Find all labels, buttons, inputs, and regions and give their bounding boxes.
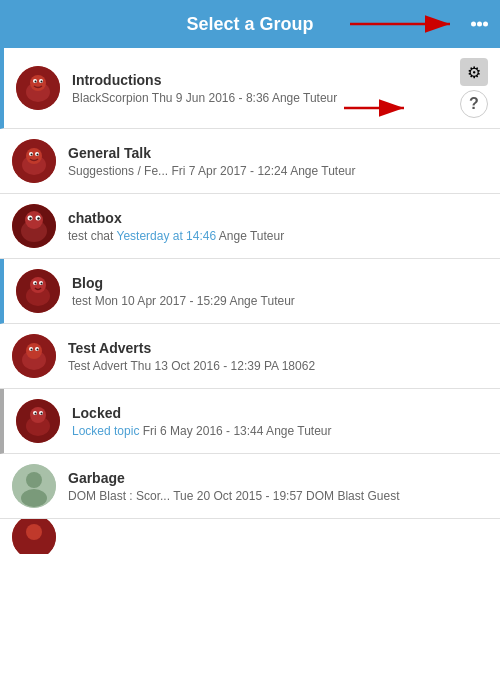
avatar <box>16 66 60 110</box>
group-meta: test Mon 10 Apr 2017 - 15:29 Ange Tuteur <box>72 294 488 308</box>
svg-point-6 <box>30 75 46 91</box>
svg-point-23 <box>29 217 31 219</box>
svg-point-41 <box>30 407 46 423</box>
svg-point-24 <box>37 217 39 219</box>
group-info: Garbage DOM Blast : Scor... Tue 20 Oct 2… <box>68 470 488 503</box>
group-info: Test Adverts Test Advert Thu 13 Oct 2016… <box>68 340 488 373</box>
group-info: General Talk Suggestions / Fe... Fri 7 A… <box>68 145 488 178</box>
list-item-partial <box>0 519 500 554</box>
avatar <box>12 204 56 248</box>
svg-point-44 <box>35 413 37 415</box>
group-info: Introductions BlackScorpion Thu 9 Jun 20… <box>72 72 452 105</box>
avatar <box>12 334 56 378</box>
item-actions: ⚙ ? <box>460 58 488 118</box>
group-meta: Test Advert Thu 13 Oct 2016 - 12:39 PA 1… <box>68 359 488 373</box>
svg-point-31 <box>41 283 43 285</box>
header: Select a Group <box>0 0 500 48</box>
group-info: chatbox test chat Yesterday at 14:46 Ang… <box>68 210 488 243</box>
group-name: General Talk <box>68 145 488 161</box>
svg-point-17 <box>37 154 39 156</box>
group-name: chatbox <box>68 210 488 226</box>
group-meta: DOM Blast : Scor... Tue 20 Oct 2015 - 19… <box>68 489 488 503</box>
page-title: Select a Group <box>186 14 313 35</box>
avatar <box>12 139 56 183</box>
gear-icon[interactable]: ⚙ <box>460 58 488 86</box>
list-item[interactable]: Garbage DOM Blast : Scor... Tue 20 Oct 2… <box>0 454 500 519</box>
svg-point-38 <box>37 349 39 351</box>
group-name: Locked <box>72 405 488 421</box>
svg-point-30 <box>35 283 37 285</box>
avatar <box>16 399 60 443</box>
svg-point-27 <box>30 277 46 293</box>
menu-button[interactable] <box>471 22 488 27</box>
group-list: Introductions BlackScorpion Thu 9 Jun 20… <box>0 48 500 675</box>
svg-point-16 <box>31 154 33 156</box>
group-name: Garbage <box>68 470 488 486</box>
svg-point-47 <box>26 472 42 488</box>
svg-point-45 <box>41 413 43 415</box>
group-meta: test chat Yesterday at 14:46 Ange Tuteur <box>68 229 488 243</box>
avatar <box>16 269 60 313</box>
group-info: Locked Locked topic Fri 6 May 2016 - 13:… <box>72 405 488 438</box>
group-info: Blog test Mon 10 Apr 2017 - 15:29 Ange T… <box>72 275 488 308</box>
svg-point-13 <box>26 148 42 164</box>
svg-point-10 <box>41 81 43 83</box>
list-item[interactable]: Test Adverts Test Advert Thu 13 Oct 2016… <box>0 324 500 389</box>
svg-point-20 <box>25 211 43 229</box>
svg-point-37 <box>31 349 33 351</box>
svg-point-48 <box>21 489 47 507</box>
avatar <box>12 464 56 508</box>
avatar <box>12 519 56 554</box>
group-name: Introductions <box>72 72 452 88</box>
help-icon[interactable]: ? <box>460 90 488 118</box>
svg-point-34 <box>26 343 42 359</box>
svg-point-9 <box>35 81 37 83</box>
highlight-text: Yesterday at 14:46 <box>116 229 216 243</box>
group-meta: Locked topic Fri 6 May 2016 - 13:44 Ange… <box>72 424 488 438</box>
list-item[interactable]: Introductions BlackScorpion Thu 9 Jun 20… <box>0 48 500 129</box>
svg-point-50 <box>26 524 42 540</box>
group-name: Blog <box>72 275 488 291</box>
group-meta: Suggestions / Fe... Fri 7 Apr 2017 - 12:… <box>68 164 488 178</box>
list-item[interactable]: Blog test Mon 10 Apr 2017 - 15:29 Ange T… <box>0 259 500 324</box>
list-item[interactable]: General Talk Suggestions / Fe... Fri 7 A… <box>0 129 500 194</box>
group-name: Test Adverts <box>68 340 488 356</box>
list-item[interactable]: Locked Locked topic Fri 6 May 2016 - 13:… <box>0 389 500 454</box>
locked-highlight: Locked topic <box>72 424 139 438</box>
list-item[interactable]: chatbox test chat Yesterday at 14:46 Ang… <box>0 194 500 259</box>
group-meta: BlackScorpion Thu 9 Jun 2016 - 8:36 Ange… <box>72 91 452 105</box>
